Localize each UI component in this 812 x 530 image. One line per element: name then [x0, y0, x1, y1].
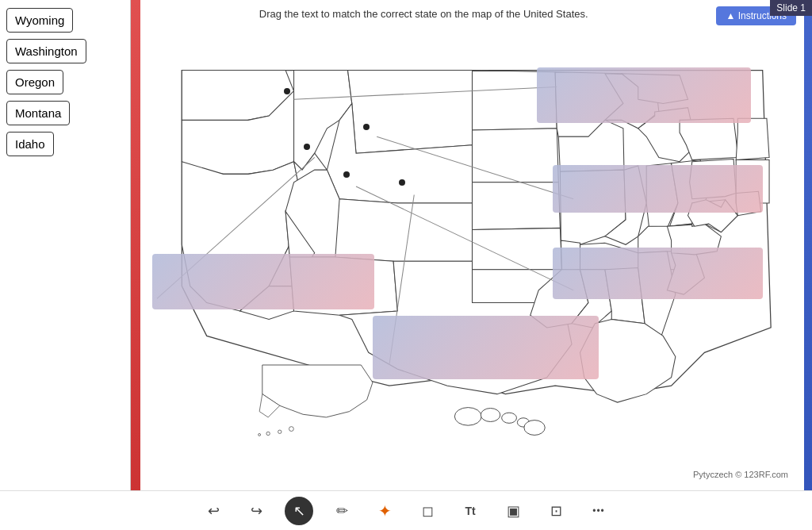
word-wyoming[interactable]: Wyoming	[6, 8, 73, 33]
svg-point-2	[266, 432, 270, 435]
shape-button[interactable]: ▣	[499, 497, 527, 525]
drop-zone-2[interactable]	[553, 165, 763, 213]
eraser-button[interactable]: ◻	[413, 497, 442, 525]
copyright-text: Pytyczech © 123RF.com	[693, 470, 788, 479]
word-oregon[interactable]: Oregon	[6, 70, 63, 94]
instructions-bar: Drag the text to match the correct state…	[147, 6, 796, 25]
drop-zone-5[interactable]	[373, 316, 599, 379]
redo-button[interactable]: ↪	[242, 497, 270, 525]
word-bank: Wyoming Washington Oregon Montana Idaho	[0, 0, 131, 498]
text-button[interactable]: Tt	[456, 497, 485, 525]
svg-point-4	[454, 408, 481, 426]
dot-4	[343, 171, 350, 178]
svg-point-5	[481, 409, 500, 422]
slide-label: Slide 1	[770, 0, 812, 16]
word-idaho[interactable]: Idaho	[6, 132, 54, 156]
svg-point-3	[259, 433, 261, 436]
pen-button[interactable]: ✏	[327, 497, 356, 525]
drop-zone-3[interactable]	[152, 254, 374, 309]
select-button[interactable]: ↖	[285, 497, 313, 525]
toolbar: ↩ ↪ ↖ ✏ ✦ ◻ Tt ▣ ⊡ •••	[0, 490, 812, 530]
word-montana[interactable]: Montana	[6, 101, 70, 125]
undo-button[interactable]: ↩	[199, 497, 228, 525]
dot-5	[399, 179, 405, 186]
instructions-text: Drag the text to match the correct state…	[147, 6, 700, 20]
svg-point-1	[278, 430, 282, 433]
main-content: Drag the text to match the correct state…	[131, 0, 812, 498]
image-button[interactable]: ⊡	[542, 497, 570, 525]
highlight-button[interactable]: ✦	[370, 497, 399, 525]
svg-point-6	[502, 413, 517, 423]
dot-2	[363, 124, 370, 130]
drop-zone-4[interactable]	[553, 248, 763, 299]
svg-point-8	[524, 421, 545, 436]
word-washington[interactable]: Washington	[6, 39, 86, 63]
map-container: Pytyczech © 123RF.com	[140, 32, 804, 482]
svg-point-0	[289, 427, 293, 432]
dot-1	[284, 88, 290, 94]
dot-3	[304, 144, 310, 150]
more-button[interactable]: •••	[584, 497, 613, 525]
drop-zone-1[interactable]	[537, 67, 751, 123]
